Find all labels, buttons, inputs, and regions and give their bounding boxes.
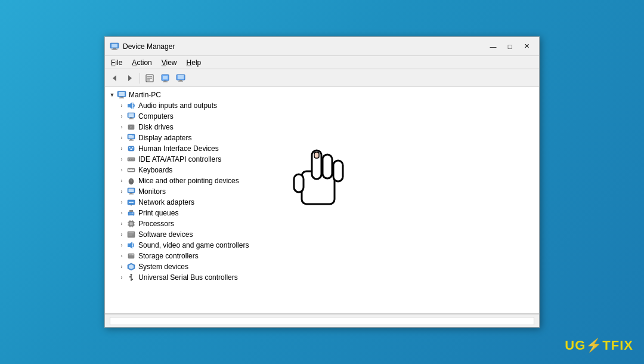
tree-item-ide[interactable]: › IDE ATA/ATAPI controllers	[105, 154, 539, 165]
menu-file-label: File	[111, 58, 122, 67]
menu-view[interactable]: View	[158, 57, 181, 68]
svg-rect-21	[119, 98, 124, 98]
menu-action[interactable]: Action	[128, 57, 155, 68]
forward-button[interactable]	[123, 72, 137, 85]
maximize-button[interactable]: □	[502, 40, 518, 53]
svg-rect-20	[120, 97, 123, 98]
network-icon	[126, 198, 136, 207]
tree-item-disk[interactable]: › Disk drives	[105, 122, 539, 132]
tree-item-keyboards[interactable]: › Keyboards	[105, 165, 539, 175]
svg-rect-22	[128, 104, 130, 107]
tree-item-usb[interactable]: › Universal Serial Bus controllers	[105, 272, 539, 283]
network-label: Network adapters	[138, 198, 194, 206]
tree-item-sound[interactable]: › Sound, video and game controllers	[105, 240, 539, 251]
menu-bar: File Action View Help	[105, 56, 539, 69]
tree-item-monitors[interactable]: › Monitors	[105, 186, 539, 197]
tree-item-hid[interactable]: › Human Interface Devices	[105, 143, 539, 154]
software-label: Software devices	[138, 230, 193, 239]
print-label: Print queues	[138, 209, 178, 217]
mice-icon	[126, 176, 136, 186]
svg-point-44	[132, 159, 134, 160]
svg-point-43	[131, 159, 132, 160]
svg-rect-3	[112, 49, 117, 50]
menu-help[interactable]: Help	[183, 57, 205, 68]
minimize-button[interactable]: —	[485, 40, 501, 53]
tree-root[interactable]: ▼ Martin-PC	[105, 90, 539, 100]
svg-rect-48	[131, 169, 132, 170]
status-bar	[105, 314, 539, 327]
watermark-text1: UG	[565, 338, 586, 353]
properties-button[interactable]	[143, 72, 157, 85]
ide-arrow: ›	[117, 155, 126, 164]
menu-file[interactable]: File	[107, 57, 126, 68]
toolbar-separator-1	[140, 73, 140, 84]
close-button[interactable]: ✕	[519, 40, 534, 53]
computers-arrow: ›	[117, 112, 126, 121]
svg-rect-25	[129, 113, 134, 117]
update-driver-button[interactable]	[158, 72, 172, 85]
tree-view[interactable]: ▼ Martin-PC ›	[105, 87, 539, 314]
tree-item-system[interactable]: › System devices	[105, 261, 539, 272]
device-manager-window: Device Manager — □ ✕ File Action View He…	[104, 36, 540, 328]
svg-rect-47	[130, 169, 131, 170]
software-icon	[126, 230, 136, 239]
storage-icon	[126, 251, 136, 261]
display-icon	[126, 133, 136, 143]
window-icon	[110, 42, 119, 51]
system-arrow: ›	[117, 262, 126, 272]
tree-item-print[interactable]: › Print queues	[105, 208, 539, 218]
menu-action-label: Action	[132, 58, 151, 67]
print-icon	[126, 208, 136, 218]
sound-label: Sound, video and game controllers	[138, 241, 249, 249]
tree-item-storage[interactable]: › Storage controllers	[105, 251, 539, 261]
system-label: System devices	[138, 263, 188, 271]
properties-icon	[145, 73, 154, 83]
monitor-button[interactable]	[174, 72, 188, 85]
svg-rect-13	[163, 81, 168, 82]
keyboards-label: Keyboards	[138, 166, 172, 174]
svg-rect-82	[128, 243, 130, 247]
svg-rect-39	[131, 149, 132, 150]
svg-rect-66	[129, 215, 133, 215]
tree-item-mice[interactable]: › Mice and other pointing devices	[105, 175, 539, 186]
svg-point-38	[132, 147, 134, 149]
sound-icon	[126, 240, 136, 250]
svg-rect-46	[128, 169, 129, 170]
root-label: Martin-PC	[129, 91, 161, 99]
monitors-arrow: ›	[117, 187, 126, 196]
tree-item-audio[interactable]: › Audio inputs and outputs	[105, 100, 539, 111]
root-icon	[117, 90, 126, 100]
svg-rect-62	[131, 205, 132, 206]
svg-rect-35	[132, 135, 134, 136]
svg-rect-55	[129, 189, 134, 192]
toolbar	[105, 69, 539, 87]
root-arrow: ▼	[107, 90, 117, 100]
svg-rect-59	[129, 202, 134, 203]
svg-marker-5	[128, 75, 132, 81]
forward-icon	[126, 74, 134, 82]
monitor-icon	[176, 73, 185, 83]
tree-item-display[interactable]: › Display adapters	[105, 132, 539, 143]
tree-item-processors[interactable]: › Processors	[105, 218, 539, 229]
svg-rect-57	[129, 194, 134, 195]
svg-rect-50	[128, 170, 134, 171]
tree-item-network[interactable]: › Network adapters	[105, 197, 539, 208]
svg-marker-23	[130, 102, 132, 109]
svg-marker-4	[113, 75, 116, 81]
tree-item-software[interactable]: › Software devices	[105, 229, 539, 240]
usb-label: Universal Serial Bus controllers	[138, 273, 238, 282]
network-arrow: ›	[117, 198, 126, 207]
svg-rect-26	[130, 118, 132, 119]
sound-arrow: ›	[117, 240, 126, 250]
software-arrow: ›	[117, 230, 126, 239]
svg-rect-17	[178, 81, 183, 81]
back-button[interactable]	[107, 72, 122, 85]
mice-arrow: ›	[117, 176, 126, 186]
menu-help-label: Help	[187, 58, 202, 67]
watermark-highlight: ⚡T	[586, 338, 611, 353]
tree-item-computers[interactable]: › Computers	[105, 111, 539, 122]
monitors-label: Monitors	[138, 187, 166, 196]
svg-point-86	[132, 254, 134, 255]
svg-point-30	[131, 127, 132, 128]
svg-rect-12	[164, 81, 166, 82]
